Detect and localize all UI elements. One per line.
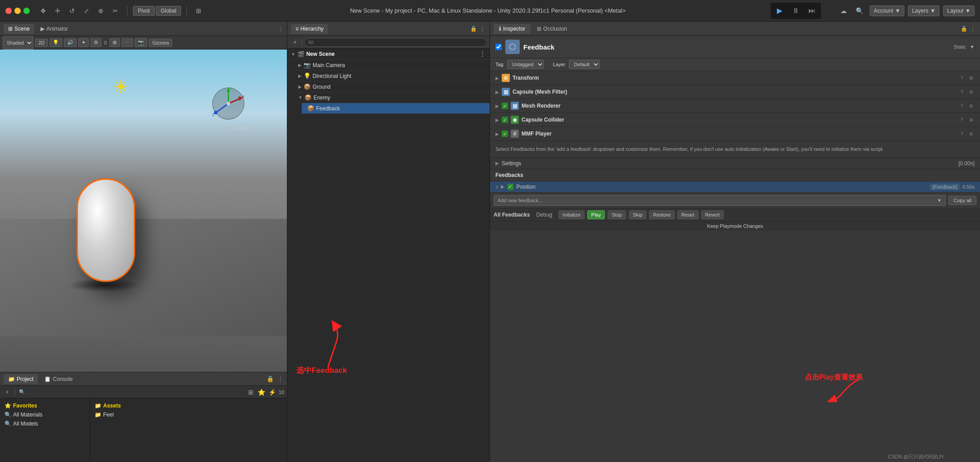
play-button[interactable]: ▶ [771, 4, 788, 18]
rotate-tool[interactable]: ↺ [66, 5, 78, 17]
all-materials-item[interactable]: 🔍 All Materials [3, 410, 87, 419]
asset-filter-btn[interactable]: ⚡ [268, 388, 277, 397]
bottom-panel-lock[interactable]: 🔒 [267, 376, 274, 382]
hierarchy-main-camera[interactable]: ▶ 📷 Main Camera [295, 60, 490, 71]
account-dropdown[interactable]: Account ▼ [870, 5, 904, 16]
hierarchy-ground[interactable]: ▶ 📦 Ground [295, 82, 490, 92]
search-collab-button[interactable]: 🔍 [853, 5, 866, 17]
pause-button[interactable]: ⏸ [788, 4, 804, 18]
transform-help[interactable]: ? [958, 74, 966, 82]
mesh-renderer-settings[interactable]: ⚙ [967, 102, 975, 109]
scene-settings[interactable]: ⚙ [91, 38, 101, 47]
fx-button[interactable]: ✦ [78, 38, 89, 47]
camera-button[interactable]: 📷 [135, 38, 147, 47]
component-capsule-collider[interactable]: ▶ ✓ ◉ Capsule Collider ? ⚙ [490, 113, 980, 127]
tab-inspector[interactable]: ℹ Inspector [494, 24, 531, 34]
transform-settings[interactable]: ⚙ [967, 74, 975, 82]
mesh-renderer-help[interactable]: ? [958, 102, 966, 109]
pivot-button[interactable]: Pivot [133, 6, 155, 16]
extra-tool[interactable]: ⊞ [192, 5, 205, 17]
mesh-filter-help[interactable]: ? [958, 88, 966, 95]
capsule-collider-checkbox[interactable]: ✓ [502, 117, 508, 123]
tab-scene[interactable]: ⊞ Scene [4, 24, 34, 34]
position-feedback-item[interactable]: ≡ ▶ ✓ Position [Feedback] 0.50s [490, 181, 980, 193]
hierarchy-search[interactable] [304, 38, 487, 47]
hand-tool[interactable]: ✥ [37, 5, 50, 17]
play-feedback-button[interactable]: Play [587, 210, 605, 219]
hierarchy-lock[interactable]: 🔒 [470, 25, 477, 32]
light-button[interactable]: 💡 [50, 38, 62, 47]
cloud-button[interactable]: ☁ [837, 5, 850, 17]
hierarchy-enemy[interactable]: ▼ 📦 Enemy [295, 92, 490, 103]
component-mesh-renderer[interactable]: ▶ ✓ ▦ Mesh Renderer ? ⚙ [490, 99, 980, 113]
grid-button[interactable]: ⊞ [109, 38, 120, 47]
inspector-options[interactable]: ⋮ [969, 25, 976, 32]
tab-console[interactable]: 📋 Console [40, 374, 77, 384]
mesh-filter-settings[interactable]: ⚙ [967, 88, 975, 95]
tab-occlusion[interactable]: ⊞ Occlusion [531, 24, 572, 34]
mmf-player-help[interactable]: ? [958, 130, 966, 137]
step-button[interactable]: ⏭ [804, 4, 820, 18]
settings-row[interactable]: ▶ Settings [0.00s] [490, 158, 980, 169]
shaded-select[interactable]: Shaded [3, 36, 33, 50]
audio-button[interactable]: 🔊 [64, 38, 77, 47]
tag-dropdown[interactable]: Untagged [507, 60, 544, 69]
hierarchy-directional-light[interactable]: ▶ 💡 Directional Light [295, 71, 490, 82]
layer-dropdown[interactable]: Default [569, 60, 600, 69]
add-feedback-dropdown[interactable]: Add new feedback... ▼ [494, 195, 946, 206]
more-scene-btn[interactable]: ⋯ [122, 38, 133, 47]
scene-options[interactable]: ⋮ [479, 50, 486, 58]
bottom-panel-options[interactable]: ⋮ [277, 376, 283, 382]
mmf-player-settings[interactable]: ⚙ [967, 130, 975, 137]
add-asset-button[interactable]: + [3, 388, 12, 397]
minimize-button[interactable] [14, 8, 21, 14]
hierarchy-feedback[interactable]: 📦 Feedback [302, 103, 490, 114]
component-mmf-player[interactable]: ▶ ✓ # MMF Player ? ⚙ [490, 127, 980, 141]
tab-project[interactable]: 📁 Project [4, 374, 38, 384]
custom-tool[interactable]: ✂ [109, 5, 122, 17]
separator-1 [127, 6, 127, 15]
layout-dropdown[interactable]: Layout ▼ [943, 5, 975, 16]
svg-text:Y: Y [229, 86, 232, 91]
play-controls: ▶ ⏸ ⏭ [771, 3, 821, 19]
copy-all-button[interactable]: Copy all [948, 196, 976, 205]
initialize-button[interactable]: Initialize [558, 210, 585, 219]
stop-button[interactable]: Stop [608, 210, 626, 219]
capsule-collider-settings[interactable]: ⚙ [967, 116, 975, 123]
hierarchy-scene-root[interactable]: ▼ 🎬 New Scene ⋮ [287, 49, 490, 60]
scale-tool[interactable]: ⤢ [80, 5, 93, 17]
skip-button[interactable]: Skip [629, 210, 646, 219]
mmf-player-checkbox[interactable]: ✓ [502, 131, 508, 137]
global-button[interactable]: Global [156, 6, 181, 16]
inspector-lock[interactable]: 🔒 [960, 25, 967, 32]
restore-button[interactable]: Restore [649, 210, 675, 219]
asset-favorite-btn[interactable]: ⭐ [257, 388, 266, 397]
search-asset-button[interactable]: 🔍 [18, 388, 27, 397]
maximize-button[interactable] [23, 8, 30, 14]
gizmos-button[interactable]: Gizmos [149, 39, 172, 47]
asset-icon-btn[interactable]: ⊞ [246, 388, 255, 397]
tab-animator[interactable]: ▶ Animator [36, 24, 73, 34]
mesh-renderer-checkbox[interactable]: ✓ [502, 103, 508, 109]
separator-2 [186, 6, 187, 15]
revert-button[interactable]: Revert [701, 210, 724, 219]
tab-hierarchy[interactable]: ≡ Hierarchy [291, 24, 328, 34]
layers-dropdown[interactable]: Layers ▼ [908, 5, 939, 16]
object-active-checkbox[interactable] [495, 44, 502, 50]
component-transform[interactable]: ▶ ⊕ Transform ? ⚙ [490, 71, 980, 85]
add-gameobject-button[interactable]: + [290, 37, 300, 47]
hierarchy-options[interactable]: ⋮ [479, 25, 486, 32]
component-mesh-filter[interactable]: ▶ ▦ Capsule (Mesh Filter) ? ⚙ [490, 85, 980, 99]
inspector-tab-bar: ℹ Inspector ⊞ Occlusion 🔒 ⋮ [490, 22, 980, 36]
position-feedback-checkbox[interactable]: ✓ [507, 184, 513, 190]
move-tool[interactable]: ✛ [51, 5, 64, 17]
reset-button[interactable]: Reset [677, 210, 699, 219]
close-button[interactable] [5, 8, 12, 14]
scene-viewport[interactable]: ☀ Y X Z [0, 50, 287, 372]
scene-panel-options[interactable]: ⋮ [277, 25, 283, 32]
capsule-collider-help[interactable]: ? [958, 116, 966, 123]
transform-tool[interactable]: ⊕ [95, 5, 107, 17]
2d-button[interactable]: 2D [35, 39, 48, 47]
feel-folder[interactable]: 📁 Feel [93, 410, 284, 419]
all-models-item[interactable]: 🔍 All Models [3, 419, 87, 428]
